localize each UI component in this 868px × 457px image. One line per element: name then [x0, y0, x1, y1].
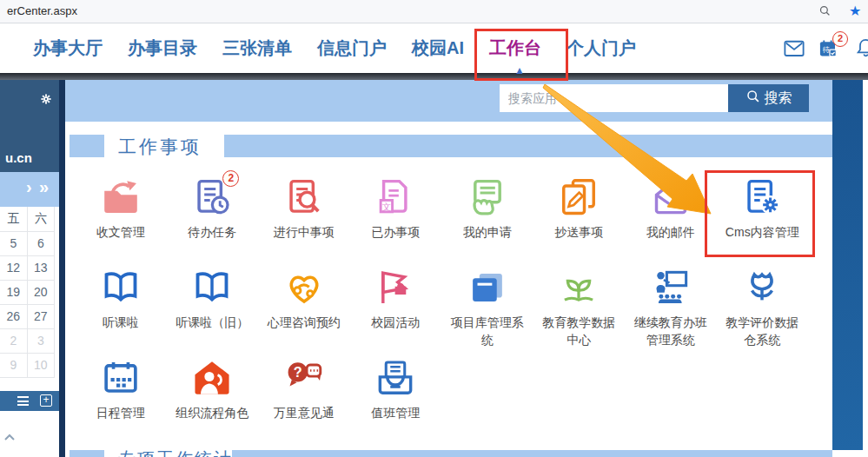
app-item-label: 值班管理 [354, 405, 437, 422]
doc-gear-icon [717, 176, 809, 219]
bell-icon[interactable] [855, 37, 868, 63]
app-item-label: 教育教学数据中心 [537, 315, 620, 348]
mail-open-icon [625, 176, 717, 219]
nav-item-2[interactable]: 办事目录 [128, 36, 197, 60]
svg-text:待: 待 [823, 45, 831, 54]
app-item[interactable]: 文已办事项 [350, 167, 442, 257]
sidebar-domain-text: u.cn [5, 150, 32, 165]
nav-item-4[interactable]: 信息门户 [317, 36, 387, 60]
book-open-icon [75, 266, 167, 309]
calendar-day-cell[interactable]: 19 [0, 280, 27, 304]
app-item-label: 我的申请 [446, 224, 529, 242]
section-accent-bar [232, 450, 832, 457]
right-edge-panel [832, 80, 863, 450]
calendar-day-cell[interactable]: 26 [0, 304, 27, 328]
calendar-day-cell[interactable]: 20 [27, 280, 54, 304]
calendar-day-cell[interactable]: 9 [0, 353, 27, 377]
app-item-label: 组织流程角色 [170, 405, 254, 422]
house-person-icon [167, 356, 259, 400]
search-input[interactable] [500, 84, 728, 112]
sprout-book-icon [533, 266, 626, 309]
search-button[interactable]: 搜索 [728, 84, 809, 112]
svg-text:?: ? [293, 364, 301, 380]
app-item[interactable]: 组织流程角色 [167, 348, 259, 422]
heart-headset-icon [258, 266, 350, 309]
app-item-label: 收文管理 [79, 224, 162, 242]
book-open-icon [167, 266, 259, 309]
app-item[interactable]: 继续教育办班管理系统 [625, 257, 717, 348]
app-item[interactable]: 待办任务2 [167, 167, 259, 257]
svg-text:文: 文 [382, 202, 392, 212]
top-navbar: 办事大厅办事目录三张清单信息门户校园AI工作台个人门户 ▲ 待 2 [0, 23, 868, 73]
nav-item-5[interactable]: 校园AI [412, 36, 464, 60]
nav-item-7[interactable]: 个人门户 [567, 36, 636, 60]
search-button-label: 搜索 [765, 89, 792, 108]
nav-item-1[interactable]: 办事大厅 [33, 36, 103, 60]
section-accent-bar [224, 135, 832, 157]
calendar-day-cell[interactable]: 2 [0, 328, 27, 353]
mini-calendar: 五六5612131920262723910 [0, 207, 55, 378]
calendar-day-cell[interactable]: 3 [27, 328, 54, 353]
doc-text-icon: 文 [350, 176, 442, 219]
nav-item-3[interactable]: 三张清单 [222, 36, 292, 60]
app-item[interactable]: 教学评价数据仓系统 [717, 257, 809, 348]
chevron-right-icon[interactable]: › [26, 177, 32, 197]
folders-stack-icon [441, 266, 533, 309]
app-item[interactable]: 进行中事项 [258, 167, 350, 257]
app-item[interactable]: 听课啦（旧） [167, 257, 259, 348]
sidebar-separator [59, 80, 65, 457]
app-item[interactable]: 收文管理 [75, 167, 167, 257]
search-icon [745, 89, 761, 108]
calendar-day-cell[interactable]: 27 [27, 304, 54, 328]
add-icon[interactable]: + [40, 394, 52, 407]
calendar-day-cell[interactable]: 10 [27, 353, 54, 377]
app-item-label: 已办事项 [354, 224, 437, 242]
gear-icon[interactable] [37, 90, 55, 111]
app-item[interactable]: 心理咨询预约 [258, 257, 350, 348]
doc-search-icon [258, 176, 350, 219]
bottom-section-title: 专项工作统计 [118, 447, 233, 457]
app-item-label: 日程管理 [79, 405, 162, 422]
app-item-label: 心理咨询预约 [262, 315, 346, 332]
calendar-day-cell[interactable]: 6 [27, 231, 54, 255]
mail-icon[interactable] [783, 37, 805, 63]
nav-item-6[interactable]: 工作台 [489, 36, 541, 60]
active-tab-caret-icon: ▲ [514, 64, 525, 76]
app-item[interactable]: 我的申请 [441, 167, 533, 257]
section-accent-bar [70, 135, 104, 157]
app-item[interactable]: 我的邮件 [625, 167, 717, 257]
app-item[interactable]: Cms内容管理 [717, 167, 809, 257]
flower-icon [717, 266, 809, 309]
app-item[interactable]: 抄送事项 [533, 167, 626, 257]
app-item[interactable]: 项目库管理系统 [441, 257, 533, 348]
calendar-weekday-header: 六 [27, 207, 54, 231]
zoom-icon[interactable] [818, 4, 832, 21]
app-item[interactable]: 日程管理 [75, 348, 167, 422]
todo-count-badge: 2 [832, 31, 848, 47]
double-chevron-right-icon[interactable]: » [39, 177, 49, 197]
sidebar-footer-bar: + [0, 391, 59, 411]
app-item-label: 项目库管理系统 [446, 315, 529, 348]
bookmark-star-icon[interactable]: ★ [849, 3, 861, 19]
sidebar-collapse-bar: › » [0, 172, 59, 207]
list-icon[interactable] [17, 396, 29, 406]
app-item[interactable]: 校园活动 [350, 257, 442, 348]
chat-question-icon: ? [258, 356, 350, 400]
collapsed-caret-icon [3, 429, 16, 445]
app-item-label: 校园活动 [354, 315, 437, 332]
calendar-day-cell[interactable]: 13 [27, 255, 54, 280]
calendar-day-cell[interactable]: 5 [0, 231, 27, 255]
app-item-label: Cms内容管理 [720, 224, 804, 242]
app-item[interactable]: ?万里意见通 [258, 348, 350, 422]
doc-clock-icon [167, 176, 259, 219]
nav-items: 办事大厅办事目录三张清单信息门户校园AI工作台个人门户 [0, 23, 868, 73]
app-item-label: 听课啦（旧） [170, 315, 254, 332]
app-item[interactable]: 听课啦 [75, 257, 167, 348]
doc-hand-icon [441, 176, 533, 219]
section-title: 工作事项 [118, 135, 202, 159]
app-item[interactable]: 值班管理 [350, 348, 442, 422]
portal-page: erCenter.aspx ★ 办事大厅办事目录三张清单信息门户校园AI工作台个… [0, 0, 868, 457]
app-item-label: 继续教育办班管理系统 [629, 315, 712, 348]
app-item[interactable]: 教育教学数据中心 [533, 257, 626, 348]
calendar-day-cell[interactable]: 12 [0, 255, 27, 280]
